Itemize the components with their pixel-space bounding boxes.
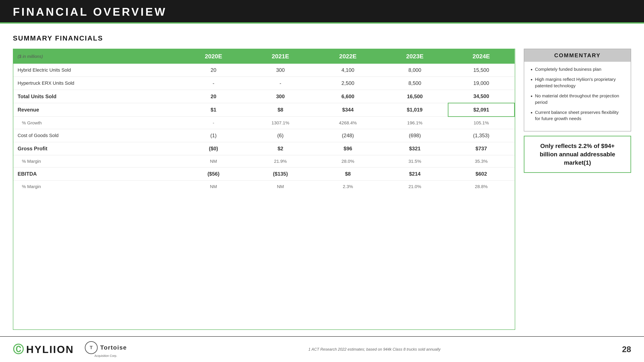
cell-r5-c0: (1)	[180, 129, 247, 142]
commentary-panel: COMMENTARY Completely funded business pl…	[524, 49, 631, 330]
cell-r7-c2: 28.0%	[314, 155, 382, 167]
page-title: FINANCIAL OVERVIEW	[13, 5, 167, 18]
cell-r7-c1: 21.9%	[247, 155, 314, 167]
cell-r0-c3: 8,000	[382, 64, 448, 77]
hyliion-icon: Ⓒ	[13, 342, 24, 357]
cell-r4-c0: -	[180, 117, 247, 129]
commentary-item-3: Current balance sheet preserves flexibil…	[531, 109, 624, 122]
cell-r8-c2: $8	[314, 167, 382, 181]
commentary-item-2: No material debt throughout the projecti…	[531, 93, 624, 105]
hyliion-logo-text: HYLIION	[26, 344, 74, 355]
content-row: ($ in millions) 2020E 2021E 2022E 2023E …	[13, 49, 631, 330]
commentary-header: COMMENTARY	[524, 49, 631, 62]
cell-r1-c3: 8,500	[382, 77, 448, 90]
cell-r7-c3: 31.5%	[382, 155, 448, 167]
footer-footnote: 1 ACT Research 2022 estimates; based on …	[308, 347, 441, 352]
col-header-2020: 2020E	[180, 49, 247, 64]
col-header-2024: 2024E	[448, 49, 514, 64]
cell-r3-c3: $1,019	[382, 103, 448, 117]
row-label-7: % Margin	[13, 155, 180, 167]
cell-r4-c3: 196.1%	[382, 117, 448, 129]
row-label-3: Revenue	[13, 103, 180, 117]
cell-r5-c2: (248)	[314, 129, 382, 142]
cell-r8-c0: ($56)	[180, 167, 247, 181]
commentary-item-0: Completely funded business plan	[531, 66, 624, 72]
cell-r0-c2: 4,100	[314, 64, 382, 77]
hyliion-logo: Ⓒ HYLIION	[13, 342, 74, 357]
cell-r5-c3: (698)	[382, 129, 448, 142]
cell-r0-c4: 15,500	[448, 64, 514, 77]
cell-r3-c1: $8	[247, 103, 314, 117]
cell-r8-c1: ($135)	[247, 167, 314, 181]
cell-r6-c4: $737	[448, 142, 514, 155]
col-header-2021: 2021E	[247, 49, 314, 64]
financials-table: ($ in millions) 2020E 2021E 2022E 2023E …	[13, 49, 515, 193]
page-number: 28	[622, 345, 631, 354]
tortoise-logo: T Tortoise Acquisition Corp.	[85, 341, 127, 358]
row-label-4: % Growth	[13, 117, 180, 129]
cell-r6-c2: $96	[314, 142, 382, 155]
cell-r2-c4: 34,500	[448, 90, 514, 103]
section-title: SUMMARY FINANCIALS	[13, 34, 631, 42]
commentary-item-1: High margins reflect Hyliion's proprieta…	[531, 76, 624, 89]
tortoise-row: T Tortoise	[85, 341, 127, 354]
row-label-9: % Margin	[13, 181, 180, 193]
cell-r1-c4: 19,000	[448, 77, 514, 90]
cell-r4-c1: 1307.1%	[247, 117, 314, 129]
cell-r9-c0: NM	[180, 181, 247, 193]
market-text: Only reflects 2.2% of $94+ billion annua…	[531, 142, 624, 167]
commentary-box: COMMENTARY Completely funded business pl…	[524, 49, 631, 131]
col-header-2022: 2022E	[314, 49, 382, 64]
cell-r6-c3: $321	[382, 142, 448, 155]
tortoise-sub: Acquisition Corp.	[94, 354, 117, 358]
cell-r6-c1: $2	[247, 142, 314, 155]
cell-r7-c4: 35.3%	[448, 155, 514, 167]
cell-r2-c1: 300	[247, 90, 314, 103]
tortoise-icon: T	[85, 341, 98, 354]
row-label-5: Cost of Goods Sold	[13, 129, 180, 142]
table-unit-label: ($ in millions)	[13, 49, 180, 64]
row-label-8: EBITDA	[13, 167, 180, 181]
cell-r2-c3: 16,500	[382, 90, 448, 103]
header-bar: FINANCIAL OVERVIEW	[0, 0, 644, 23]
cell-r0-c0: 20	[180, 64, 247, 77]
tortoise-name: Tortoise	[100, 344, 127, 351]
cell-r0-c1: 300	[247, 64, 314, 77]
cell-r9-c4: 28.8%	[448, 181, 514, 193]
cell-r6-c0: ($0)	[180, 142, 247, 155]
cell-r1-c2: 2,500	[314, 77, 382, 90]
cell-r3-c4: $2,091	[448, 103, 514, 117]
cell-r8-c4: $602	[448, 167, 514, 181]
cell-r5-c1: (6)	[247, 129, 314, 142]
cell-r2-c2: 6,600	[314, 90, 382, 103]
cell-r2-c0: 20	[180, 90, 247, 103]
row-label-6: Gross Profit	[13, 142, 180, 155]
cell-r1-c0: -	[180, 77, 247, 90]
footer-logos: Ⓒ HYLIION T Tortoise Acquisition Corp.	[13, 341, 127, 358]
cell-r4-c2: 4268.4%	[314, 117, 382, 129]
row-label-0: Hybrid Electric Units Sold	[13, 64, 180, 77]
cell-r1-c1: -	[247, 77, 314, 90]
footer: Ⓒ HYLIION T Tortoise Acquisition Corp. 1…	[0, 336, 644, 362]
commentary-list: Completely funded business planHigh marg…	[531, 66, 624, 122]
cell-r7-c0: NM	[180, 155, 247, 167]
cell-r9-c2: 2.3%	[314, 181, 382, 193]
main-content: SUMMARY FINANCIALS ($ in millions) 2020E…	[0, 23, 644, 336]
cell-r4-c4: 105.1%	[448, 117, 514, 129]
cell-r9-c1: NM	[247, 181, 314, 193]
cell-r9-c3: 21.0%	[382, 181, 448, 193]
market-box: Only reflects 2.2% of $94+ billion annua…	[524, 136, 631, 173]
cell-r5-c4: (1,353)	[448, 129, 514, 142]
cell-r3-c2: $344	[314, 103, 382, 117]
row-label-2: Total Units Sold	[13, 90, 180, 103]
financials-table-container: ($ in millions) 2020E 2021E 2022E 2023E …	[13, 49, 515, 330]
row-label-1: Hypertruck ERX Units Sold	[13, 77, 180, 90]
cell-r3-c0: $1	[180, 103, 247, 117]
col-header-2023: 2023E	[382, 49, 448, 64]
cell-r8-c3: $214	[382, 167, 448, 181]
